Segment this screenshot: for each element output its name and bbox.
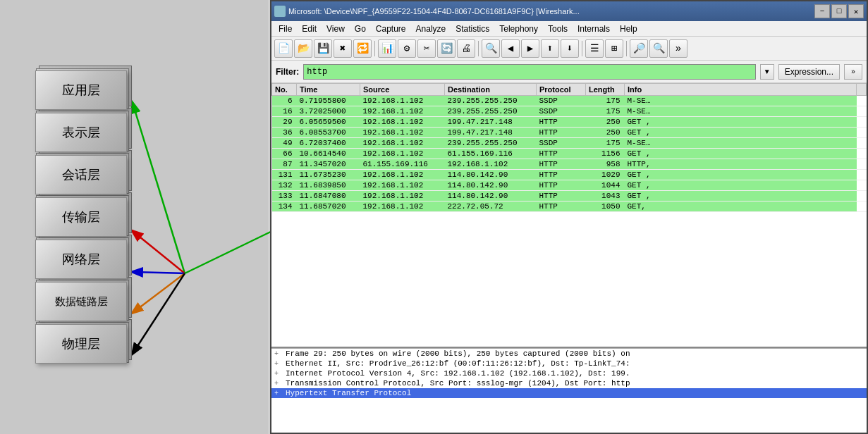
svg-line-2: [133, 272, 185, 273]
cell-protocol: SSDP: [537, 138, 586, 149]
col-no: No.: [272, 84, 297, 96]
toolbar-filter1[interactable]: 📊: [378, 39, 396, 58]
toolbar-open[interactable]: 📂: [294, 39, 312, 58]
detail-text: Internet Protocol Version 4, Src: 192.16…: [286, 369, 630, 378]
toolbar-zoom-in[interactable]: 🔎: [630, 39, 648, 58]
cell-info: GET ,: [625, 180, 857, 191]
table-row[interactable]: 134 11.6857020 192.168.1.102 222.72.05.7…: [272, 202, 867, 212]
sep3: [582, 41, 582, 56]
cell-protocol: SSDP: [537, 106, 586, 117]
table-row[interactable]: 6 0.71955800 192.168.1.102 239.255.255.2…: [272, 96, 867, 106]
svg-line-0: [133, 103, 185, 273]
menu-internals[interactable]: Internals: [573, 23, 614, 35]
toolbar: 📄 📂 💾 ✖ 🔁 📊 ⚙ ✂ 🔄 🖨 🔍 ◀ ▶ ⬆ ⬇ ☰ ⊞ 🔎 🔍 »: [271, 37, 867, 61]
filter-input[interactable]: [303, 64, 755, 80]
toolbar-reload[interactable]: 🔁: [353, 39, 372, 58]
toolbar-forward[interactable]: ▶: [521, 39, 539, 58]
cell-source: 192.168.1.102: [360, 149, 445, 159]
menu-statistics[interactable]: Statistics: [451, 23, 494, 35]
detail-row[interactable]: + Frame 29: 250 bytes on wire (2000 bits…: [271, 349, 867, 359]
cell-source: 192.168.1.102: [360, 96, 445, 106]
table-row[interactable]: 16 3.72025000 192.168.1.102 239.255.255.…: [272, 106, 867, 117]
cell-length: 1156: [586, 149, 625, 159]
toolbar-delete[interactable]: ✂: [417, 39, 436, 58]
cell-time: 6.05659500: [297, 117, 360, 128]
table-row[interactable]: 131 11.6735230 192.168.1.102 114.80.142.…: [272, 170, 867, 180]
menu-view[interactable]: View: [322, 23, 349, 35]
packet-table: No. Time Source Destination Protocol Len…: [271, 83, 867, 212]
toolbar-print[interactable]: 🖨: [457, 39, 475, 58]
toolbar-refresh[interactable]: 🔄: [437, 39, 456, 58]
table-row[interactable]: 132 11.6839850 192.168.1.102 114.80.142.…: [272, 180, 867, 191]
layer-session: 会话层: [35, 155, 127, 194]
toolbar-search[interactable]: 🔍: [482, 39, 500, 58]
cell-source: 192.168.1.102: [360, 191, 445, 202]
menu-edit[interactable]: Edit: [298, 23, 321, 35]
cell-length: 175: [586, 138, 625, 149]
toolbar-save[interactable]: 💾: [314, 39, 332, 58]
cell-info: GET ,: [625, 191, 857, 202]
menu-go[interactable]: Go: [350, 23, 370, 35]
cell-protocol: HTTP: [537, 202, 586, 212]
detail-row[interactable]: + Hypertext Transfer Protocol: [271, 388, 867, 398]
table-row[interactable]: 29 6.05659500 192.168.1.102 199.47.217.1…: [272, 117, 867, 128]
expand-icon: +: [274, 360, 283, 368]
toolbar-up[interactable]: ⬆: [541, 39, 559, 58]
detail-row[interactable]: + Internet Protocol Version 4, Src: 192.…: [271, 368, 867, 378]
cell-protocol: HTTP: [537, 159, 586, 170]
packet-list[interactable]: No. Time Source Destination Protocol Len…: [271, 83, 867, 348]
cell-dest: 239.255.255.250: [445, 106, 537, 117]
cell-length: 958: [586, 159, 625, 170]
cell-no: 131: [272, 170, 297, 180]
toolbar-back[interactable]: ◀: [501, 39, 520, 58]
close-button[interactable]: ✕: [848, 4, 864, 18]
toolbar-list[interactable]: ☰: [585, 39, 604, 58]
cell-no: 66: [272, 149, 297, 159]
toolbar-new[interactable]: 📄: [274, 39, 293, 58]
cell-source: 192.168.1.102: [360, 128, 445, 138]
col-protocol: Protocol: [537, 84, 586, 96]
table-row[interactable]: 36 6.08553700 192.168.1.102 199.47.217.1…: [272, 128, 867, 138]
cell-info: GET,: [625, 202, 857, 212]
table-row[interactable]: 133 11.6847080 192.168.1.102 114.80.142.…: [272, 191, 867, 202]
table-row[interactable]: 87 11.3457020 61.155.169.116 192.168.1.1…: [272, 159, 867, 170]
expression-button[interactable]: Expression...: [778, 64, 840, 80]
filter-dropdown[interactable]: ▼: [760, 64, 774, 80]
toolbar-close[interactable]: ✖: [334, 39, 352, 58]
cell-info: GET ,: [625, 117, 857, 128]
menu-file[interactable]: File: [274, 23, 296, 35]
apply-button[interactable]: »: [844, 64, 862, 80]
cell-time: 0.71955800: [297, 96, 360, 106]
toolbar-grid[interactable]: ⊞: [605, 39, 623, 58]
table-row[interactable]: 66 10.6614540 192.168.1.102 61.155.169.1…: [272, 149, 867, 159]
cell-dest: 239.255.255.250: [445, 138, 537, 149]
menu-help[interactable]: Help: [616, 23, 642, 35]
menu-analyze[interactable]: Analyze: [412, 23, 451, 35]
menu-capture[interactable]: Capture: [372, 23, 410, 35]
svg-line-4: [133, 273, 185, 354]
col-source: Source: [360, 84, 445, 96]
app-icon: [274, 6, 286, 17]
expand-icon: +: [274, 380, 283, 388]
sep1: [374, 41, 375, 56]
toolbar-down[interactable]: ⬇: [561, 39, 579, 58]
maximize-button[interactable]: □: [831, 4, 847, 18]
minimize-button[interactable]: −: [814, 4, 830, 18]
cell-dest: 192.168.1.102: [445, 159, 537, 170]
osi-container: 应用层 表示层 会话层 传输层 网络层 数据链路层 物理层: [14, 13, 254, 421]
cell-protocol: HTTP: [537, 170, 586, 180]
toolbar-zoom-out[interactable]: 🔍: [649, 39, 668, 58]
cell-time: 11.6839850: [297, 180, 360, 191]
col-length: Length: [586, 84, 625, 96]
cell-dest: 199.47.217.148: [445, 128, 537, 138]
detail-row[interactable]: + Ethernet II, Src: Prodrive_26:12:bf (0…: [271, 359, 867, 368]
menu-telephony[interactable]: Telephony: [495, 23, 542, 35]
cell-source: 192.168.1.102: [360, 170, 445, 180]
detail-row[interactable]: + Transmission Control Protocol, Src Por…: [271, 378, 867, 388]
table-row[interactable]: 49 6.72037400 192.168.1.102 239.255.255.…: [272, 138, 867, 149]
menu-tools[interactable]: Tools: [544, 23, 572, 35]
toolbar-filter2[interactable]: ⚙: [398, 39, 416, 58]
window-title: Microsoft: \Device\NPF_{A9559F22-1504-4F…: [288, 7, 814, 16]
toolbar-more[interactable]: »: [669, 39, 687, 58]
cell-info: HTTP,: [625, 159, 857, 170]
